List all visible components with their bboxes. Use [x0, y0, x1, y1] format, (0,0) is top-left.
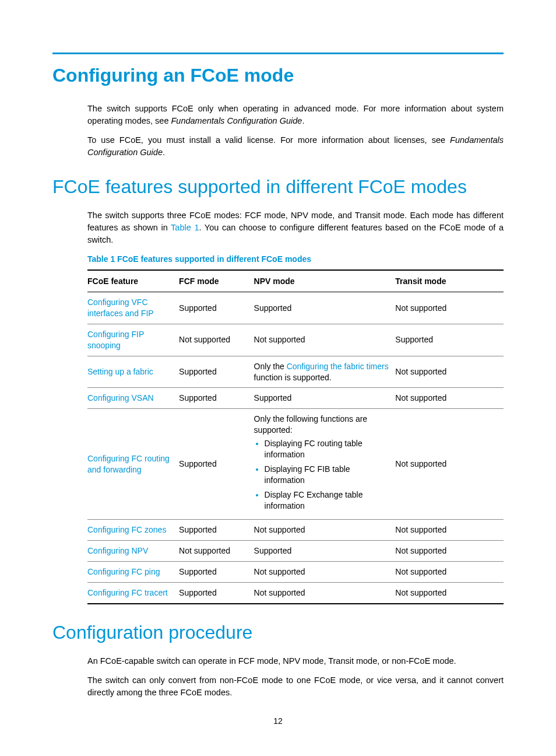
cell-fcf: Not supported: [179, 541, 254, 562]
th-transit: Transit mode: [395, 270, 504, 292]
cell-npv: Not supported: [254, 562, 396, 583]
table-row: Configuring FC ping Supported Not suppor…: [87, 562, 504, 583]
cell-fcf: Supported: [179, 388, 254, 409]
table-row: Configuring FIP snooping Not supported N…: [87, 324, 504, 356]
th-npv: NPV mode: [254, 270, 396, 292]
th-feature: FCoE feature: [87, 270, 179, 292]
npv-intro: Only the following functions are support…: [254, 414, 368, 435]
table-row: Setting up a fabric Supported Only the C…: [87, 356, 504, 388]
section-procedure-title: Configuration procedure: [52, 622, 504, 643]
feature-link[interactable]: Configuring FC ping: [87, 567, 160, 576]
feature-link[interactable]: Configuring FC tracert: [87, 588, 168, 597]
section-features-body: The switch supports three FCoE modes: FC…: [87, 209, 504, 246]
table-row: Configuring FC routing and forwarding Su…: [87, 409, 504, 520]
procedure-p1: An FCoE-capable switch can operate in FC…: [87, 655, 504, 667]
cell-npv: Only the Configuring the fabric timers f…: [254, 356, 396, 388]
feature-link[interactable]: Configuring VFC interfaces and FIP: [87, 298, 154, 318]
intro-text: The switch supports FCoE only when opera…: [87, 103, 504, 159]
cell-fcf: Supported: [179, 292, 254, 324]
cell-fcf: Supported: [179, 356, 254, 388]
cell-fcf: Supported: [179, 562, 254, 583]
cell-npv: Supported: [254, 292, 396, 324]
cell-transit: Not supported: [395, 583, 504, 604]
intro-p1c: .: [302, 116, 304, 125]
cell-npv: Not supported: [254, 520, 396, 541]
cell-npv: Not supported: [254, 324, 396, 356]
table-1-link[interactable]: Table 1: [171, 223, 199, 232]
cell-fcf: Supported: [179, 583, 254, 604]
cell-fcf: Supported: [179, 520, 254, 541]
table-row: Configuring VFC interfaces and FIP Suppo…: [87, 292, 504, 324]
cell-transit: Not supported: [395, 409, 504, 520]
feature-link[interactable]: Configuring NPV: [87, 546, 148, 555]
cell-fcf: Not supported: [179, 324, 254, 356]
feature-link[interactable]: Configuring VSAN: [87, 393, 154, 402]
feature-link[interactable]: Setting up a fabric: [87, 367, 153, 376]
cell-npv: Only the following functions are support…: [254, 409, 396, 520]
table-caption: Table 1 FCoE features supported in diffe…: [87, 254, 504, 264]
cell-fcf: Supported: [179, 409, 254, 520]
intro-p2a: To use FCoE, you must install a valid li…: [87, 135, 450, 145]
th-fcf: FCF mode: [179, 270, 254, 292]
intro-p1-ref: Fundamentals Configuration Guide: [171, 116, 302, 125]
cell-transit: Not supported: [395, 356, 504, 388]
table-row: Configuring FC zones Supported Not suppo…: [87, 520, 504, 541]
cell-transit: Supported: [395, 324, 504, 356]
feature-link[interactable]: Configuring FC routing and forwarding: [87, 454, 170, 474]
table-header-row: FCoE feature FCF mode NPV mode Transit m…: [87, 270, 504, 292]
procedure-p2: The switch can only convert from non-FCo…: [87, 674, 504, 699]
table-row: Configuring NPV Not supported Supported …: [87, 541, 504, 562]
feature-link[interactable]: Configuring FIP snooping: [87, 330, 144, 350]
feature-link[interactable]: Configuring FC zones: [87, 525, 166, 534]
npv-pre: Only the: [254, 362, 287, 371]
table-row: Configuring FC tracert Supported Not sup…: [87, 583, 504, 604]
list-item: Displaying FC FIB table information: [265, 464, 391, 486]
intro-p2c: .: [163, 148, 165, 157]
page-number: 12: [52, 716, 504, 726]
top-rule: [52, 52, 504, 54]
cell-npv: Supported: [254, 541, 396, 562]
cell-transit: Not supported: [395, 541, 504, 562]
table-row: Configuring VSAN Supported Supported Not…: [87, 388, 504, 409]
fabric-timers-link[interactable]: Configuring the fabric timers: [287, 362, 389, 371]
list-item: Display FC Exchange table information: [265, 489, 391, 512]
document-page: Configuring an FCoE mode The switch supp…: [0, 0, 556, 749]
npv-post: function is supported.: [254, 373, 332, 382]
cell-transit: Not supported: [395, 562, 504, 583]
npv-list: Displaying FC routing table information …: [254, 438, 391, 511]
cell-npv: Supported: [254, 388, 396, 409]
cell-transit: Not supported: [395, 388, 504, 409]
section-features-title: FCoE features supported in different FCo…: [52, 176, 504, 198]
features-table: FCoE feature FCF mode NPV mode Transit m…: [87, 270, 504, 604]
cell-npv: Not supported: [254, 583, 396, 604]
list-item: Displaying FC routing table information: [265, 438, 391, 460]
section-procedure-body: An FCoE-capable switch can operate in FC…: [87, 655, 504, 699]
cell-transit: Not supported: [395, 520, 504, 541]
cell-transit: Not supported: [395, 292, 504, 324]
page-title: Configuring an FCoE mode: [52, 65, 504, 86]
